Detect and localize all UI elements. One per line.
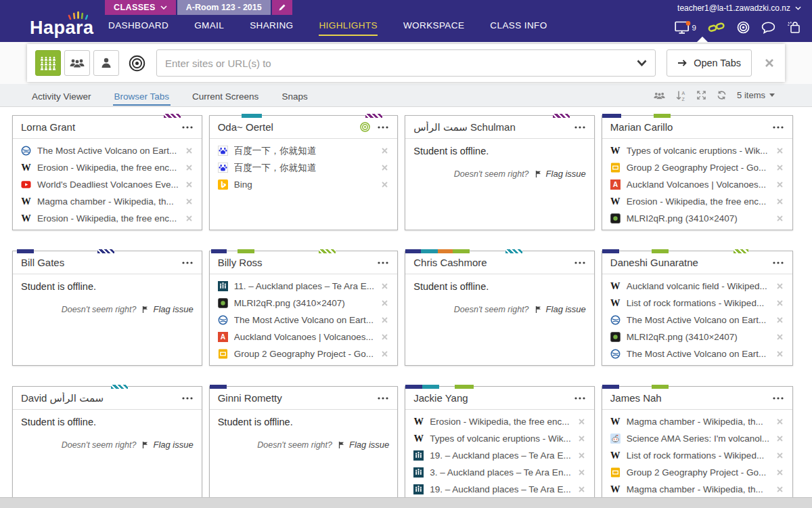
card-body: Student is offline.Doesn't seem right?Fl…: [13, 410, 202, 497]
items-count-dropdown[interactable]: 5 items: [737, 90, 775, 100]
tab-browser-tabs[interactable]: Browser Tabs: [113, 85, 171, 106]
close-tab-button[interactable]: [185, 180, 194, 189]
single-student-button[interactable]: [93, 50, 119, 76]
close-tab-button[interactable]: [775, 485, 784, 494]
activity-segment: [97, 249, 114, 253]
close-tab-button[interactable]: [775, 350, 784, 358]
classes-dropdown[interactable]: CLASSES: [105, 0, 176, 15]
nav-item-gmail[interactable]: GMAIL: [194, 20, 224, 36]
close-tab-button[interactable]: [577, 434, 586, 443]
group-view-button[interactable]: [653, 91, 666, 100]
card-menu-button[interactable]: [377, 395, 389, 402]
account-menu[interactable]: teacher1@la-t1.zawadzki.co.nz: [677, 3, 801, 13]
close-tab-button[interactable]: [775, 163, 784, 172]
tab-current-screens[interactable]: Current Screens: [191, 85, 260, 106]
close-tab-button[interactable]: [775, 434, 784, 443]
whole-class-button[interactable]: [35, 50, 61, 76]
open-tabs-button[interactable]: Open Tabs: [667, 49, 752, 77]
sort-button[interactable]: A Z: [676, 90, 686, 101]
nav-item-sharing[interactable]: SHARING: [250, 20, 293, 36]
activity-segment: [602, 114, 621, 118]
card-menu-button[interactable]: [377, 124, 389, 131]
groups-button[interactable]: [64, 50, 90, 76]
card-menu-button[interactable]: [574, 259, 586, 266]
tab-title: Types of volcanic eruptions - Wik...: [627, 146, 769, 156]
close-tab-button[interactable]: [775, 299, 784, 308]
flag-issue-button[interactable]: Flag issue: [535, 169, 586, 179]
nav-item-highlights[interactable]: HIGHLIGHTS: [319, 20, 378, 36]
close-icon: [777, 469, 783, 475]
card-body: WAuckland volcanic field - Wikiped...WLi…: [602, 274, 792, 365]
card-menu-button[interactable]: [574, 124, 586, 131]
flag-issue-button[interactable]: Flag issue: [535, 304, 586, 314]
flag-issue-button[interactable]: Flag issue: [141, 304, 193, 314]
globe-icon: [21, 146, 31, 156]
close-tab-button[interactable]: [775, 316, 784, 324]
close-tab-button[interactable]: [380, 316, 389, 324]
tab-title: The Most Active Volcano on Eart...: [627, 315, 769, 325]
url-input[interactable]: [156, 49, 656, 77]
card-menu-button[interactable]: [181, 259, 194, 266]
close-tab-button[interactable]: [775, 333, 784, 341]
close-tab-button[interactable]: [185, 197, 194, 206]
nav-item-workspace[interactable]: WORKSPACE: [403, 20, 464, 36]
card-body: 11. – Auckland places – Te Ara E...MLRI2…: [210, 274, 398, 365]
flag-issue-button[interactable]: Flag issue: [338, 440, 389, 450]
browser-tab-row: Science AMA Series: I'm volcanol...: [602, 430, 792, 447]
close-tab-button[interactable]: [775, 417, 784, 426]
close-tab-button[interactable]: [380, 163, 389, 172]
links-button[interactable]: [708, 22, 725, 33]
close-tab-button[interactable]: [577, 468, 586, 477]
offline-message: Student is offline.: [13, 274, 202, 299]
screens-button[interactable]: 9: [675, 21, 696, 34]
expand-button[interactable]: [696, 90, 706, 100]
close-tab-button[interactable]: [185, 146, 194, 155]
close-tab-button[interactable]: [775, 451, 784, 460]
close-tab-button[interactable]: [380, 146, 389, 155]
scrollbar-track[interactable]: [0, 497, 812, 508]
browser-tab-row: Group 2 Geography Project - Go...: [602, 464, 792, 481]
gift-button[interactable]: [787, 21, 801, 34]
close-tab-button[interactable]: [380, 350, 389, 358]
wikipedia-icon: W: [610, 450, 621, 461]
refresh-button[interactable]: [717, 90, 727, 100]
card-menu-button[interactable]: [772, 124, 784, 131]
close-tab-button[interactable]: [380, 282, 389, 291]
close-tab-button[interactable]: [577, 485, 586, 494]
tab-activity-viewer[interactable]: Activity Viewer: [30, 85, 93, 106]
student-card: David سمت الرأسStudent is offline.Doesn'…: [12, 386, 202, 497]
card-menu-button[interactable]: [181, 395, 194, 402]
chevron-down-icon[interactable]: [637, 60, 647, 66]
link-icon: [708, 22, 725, 33]
card-menu-button[interactable]: [772, 259, 784, 266]
edit-class-button[interactable]: [272, 0, 292, 15]
close-tab-button[interactable]: [775, 197, 784, 206]
card-menu-button[interactable]: [377, 259, 389, 266]
close-toolbar-button[interactable]: [765, 58, 774, 68]
close-tab-button[interactable]: [775, 180, 784, 189]
close-tab-button[interactable]: [577, 417, 586, 426]
close-tab-button[interactable]: [775, 214, 784, 223]
close-tab-button[interactable]: [775, 468, 784, 477]
close-tab-button[interactable]: [775, 282, 784, 291]
close-tab-button[interactable]: [380, 180, 389, 189]
card-menu-button[interactable]: [574, 395, 586, 402]
flag-issue-button[interactable]: Flag issue: [141, 440, 193, 450]
close-tab-button[interactable]: [185, 214, 194, 223]
tab-snaps[interactable]: Snaps: [280, 85, 309, 106]
card-menu-button[interactable]: [181, 124, 194, 131]
nav-item-class-info[interactable]: CLASS INFO: [490, 20, 547, 36]
close-tab-button[interactable]: [185, 163, 194, 172]
flag-issue-line: Doesn't seem right?Flag issue: [62, 304, 194, 314]
focus-session-button[interactable]: [737, 21, 750, 34]
chat-button[interactable]: [761, 22, 775, 34]
nav-item-dashboard[interactable]: DASHBOARD: [108, 20, 168, 36]
card-menu-button[interactable]: [772, 395, 784, 402]
close-tab-button[interactable]: [380, 299, 389, 308]
close-tab-button[interactable]: [775, 146, 784, 155]
view-tabs-bar: Activity ViewerBrowser TabsCurrent Scree…: [0, 84, 812, 107]
close-tab-button[interactable]: [577, 451, 586, 460]
close-tab-button[interactable]: [380, 333, 389, 341]
card-body: Student is offline.Doesn't seem right?Fl…: [210, 410, 398, 497]
menu-dots-icon: [378, 261, 388, 264]
